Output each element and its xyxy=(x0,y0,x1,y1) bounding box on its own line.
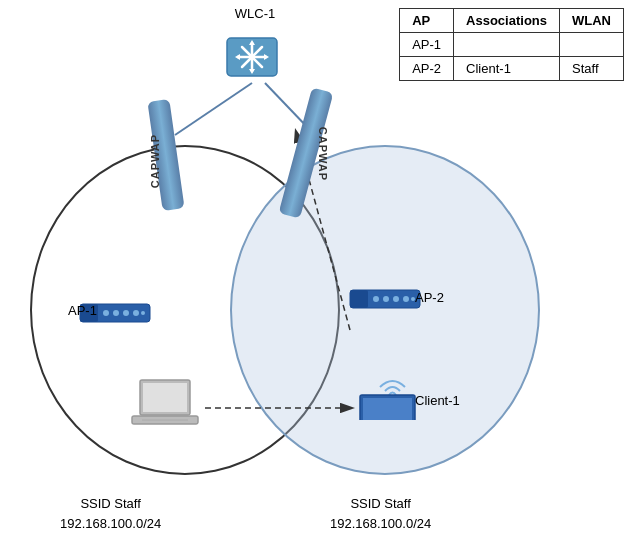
svg-point-31 xyxy=(403,296,409,302)
ssid-right-line2: 192.168.100.0/24 xyxy=(330,514,431,534)
table-cell-ap2: AP-2 xyxy=(400,57,454,81)
svg-point-30 xyxy=(393,296,399,302)
table-header-associations: Associations xyxy=(454,9,560,33)
table-row: AP-2 Client-1 Staff xyxy=(400,57,624,81)
svg-point-28 xyxy=(373,296,379,302)
associations-table: AP Associations WLAN AP-1 AP-2 Client-1 … xyxy=(399,8,624,81)
ssid-left-line1: SSID Staff xyxy=(60,494,161,514)
capwap-left-label: CAPWAP xyxy=(149,134,161,188)
capwap-right-label: CAPWAP xyxy=(317,127,329,181)
wlc-icon xyxy=(222,28,282,83)
client1-label: Client-1 xyxy=(415,393,460,408)
svg-point-24 xyxy=(133,310,139,316)
svg-point-21 xyxy=(103,310,109,316)
svg-point-29 xyxy=(383,296,389,302)
svg-rect-38 xyxy=(363,398,412,420)
svg-point-22 xyxy=(113,310,119,316)
svg-rect-27 xyxy=(350,290,368,308)
ap2-label: AP-2 xyxy=(415,290,444,305)
svg-line-0 xyxy=(175,83,252,135)
ap1-label: AP-1 xyxy=(68,303,97,318)
svg-rect-34 xyxy=(143,383,187,412)
table-header-ap: AP xyxy=(400,9,454,33)
svg-point-23 xyxy=(123,310,129,316)
ssid-right-line1: SSID Staff xyxy=(330,494,431,514)
table-header-wlan: WLAN xyxy=(560,9,624,33)
ssid-left: SSID Staff 192.168.100.0/24 xyxy=(60,494,161,533)
table-cell-wlan2: Staff xyxy=(560,57,624,81)
table-cell-assoc1 xyxy=(454,33,560,57)
ssid-right: SSID Staff 192.168.100.0/24 xyxy=(330,494,431,533)
wlc-label: WLC-1 xyxy=(225,6,285,21)
table-row: AP-1 xyxy=(400,33,624,57)
table-cell-ap1: AP-1 xyxy=(400,33,454,57)
old-laptop-icon xyxy=(130,378,205,433)
svg-point-25 xyxy=(141,311,145,315)
ssid-left-line2: 192.168.100.0/24 xyxy=(60,514,161,534)
table-cell-assoc2: Client-1 xyxy=(454,57,560,81)
table-cell-wlan1 xyxy=(560,33,624,57)
